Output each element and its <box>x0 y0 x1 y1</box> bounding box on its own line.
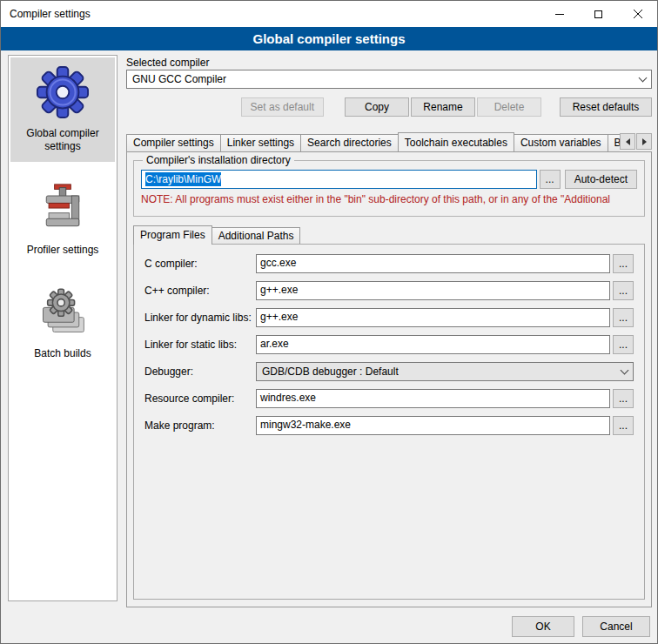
tab-scroll-right-button[interactable] <box>636 133 652 150</box>
linker-dynamic-value: g++.exe <box>260 311 298 323</box>
maximize-button[interactable] <box>579 1 618 27</box>
installation-directory-input[interactable]: C:\raylib\MinGW <box>141 170 537 189</box>
resource-compiler-value: windres.exe <box>260 392 316 404</box>
field-row-c-compiler: C compiler: gcc.exe ... <box>144 254 634 273</box>
sidebar-item-batch-builds[interactable]: Batch builds <box>10 278 115 369</box>
window-title: Compiler settings <box>1 8 91 20</box>
field-row-debugger: Debugger: GDB/CDB debugger : Default <box>144 362 634 381</box>
linker-dynamic-input[interactable]: g++.exe <box>256 308 610 327</box>
cpp-compiler-label: C++ compiler: <box>144 281 256 300</box>
program-files-panel: C compiler: gcc.exe ... C++ compiler: g+… <box>133 244 645 600</box>
installation-directory-legend: Compiler's installation directory <box>143 154 294 166</box>
tab-search-directories[interactable]: Search directories <box>300 134 399 151</box>
chevron-down-icon <box>621 366 629 375</box>
gear-icon <box>35 64 91 120</box>
debugger-value: GDB/CDB debugger : Default <box>262 366 399 378</box>
dialog-header-title: Global compiler settings <box>252 31 405 46</box>
debugger-label: Debugger: <box>144 362 256 381</box>
dialog-header: Global compiler settings <box>1 27 657 50</box>
c-compiler-input[interactable]: gcc.exe <box>256 254 610 273</box>
main-content: Selected compiler GNU GCC Compiler Set a… <box>126 51 652 612</box>
auto-detect-button[interactable]: Auto-detect <box>565 170 637 189</box>
minimize-button[interactable] <box>540 1 579 27</box>
selected-compiler-value: GNU GCC Compiler <box>132 73 226 85</box>
installation-directory-value: C:\raylib\MinGW <box>145 172 221 186</box>
installation-directory-row: C:\raylib\MinGW ... Auto-detect <box>141 170 637 189</box>
batch-builds-icon <box>35 285 91 340</box>
triangle-left-icon <box>626 138 630 145</box>
tabs-container: Compiler settings Linker settings Search… <box>126 131 620 151</box>
dialog-footer: OK Cancel <box>512 616 650 637</box>
profiler-clamp-icon <box>35 181 91 237</box>
subtab-program-files[interactable]: Program Files <box>133 225 212 245</box>
program-files-tabstrip: Program Files Additional Paths <box>133 225 645 244</box>
installation-directory-group: Compiler's installation directory C:\ray… <box>133 154 645 217</box>
selected-compiler-label: Selected compiler <box>126 57 209 69</box>
maximize-icon <box>594 10 602 18</box>
tab-custom-variables[interactable]: Custom variables <box>514 134 608 151</box>
make-program-label: Make program: <box>144 416 256 435</box>
tab-toolchain-executables[interactable]: Toolchain executables <box>398 132 514 151</box>
tab-build-options[interactable]: Buil <box>608 134 620 151</box>
chevron-down-icon <box>639 74 648 83</box>
copy-button[interactable]: Copy <box>345 97 409 117</box>
linker-static-input[interactable]: ar.exe <box>256 335 610 354</box>
toolchain-executables-panel: Compiler's installation directory C:\ray… <box>126 151 652 607</box>
c-compiler-value: gcc.exe <box>260 257 296 269</box>
tab-linker-settings[interactable]: Linker settings <box>220 134 301 151</box>
resource-compiler-label: Resource compiler: <box>144 389 256 408</box>
close-button[interactable] <box>618 1 657 27</box>
make-program-browse-button[interactable]: ... <box>613 416 634 435</box>
browse-directory-button[interactable]: ... <box>540 170 561 189</box>
settings-tabstrip: Compiler settings Linker settings Search… <box>126 131 652 151</box>
sidebar-item-label: Profiler settings <box>27 244 99 257</box>
cpp-compiler-browse-button[interactable]: ... <box>613 281 634 300</box>
compiler-actions-row: Set as default Copy Rename Delete Reset … <box>126 97 652 117</box>
tab-compiler-settings[interactable]: Compiler settings <box>126 134 221 151</box>
reset-defaults-button[interactable]: Reset defaults <box>560 97 652 117</box>
linker-static-value: ar.exe <box>260 338 289 350</box>
sidebar-item-global-compiler-settings[interactable]: Global compiler settings <box>10 57 115 162</box>
compiler-settings-window: Compiler settings Global compiler settin… <box>0 0 658 644</box>
debugger-dropdown[interactable]: GDB/CDB debugger : Default <box>256 362 634 381</box>
linker-dynamic-browse-button[interactable]: ... <box>613 308 634 327</box>
delete-button[interactable]: Delete <box>477 97 541 117</box>
make-program-input[interactable]: mingw32-make.exe <box>256 416 610 435</box>
c-compiler-browse-button[interactable]: ... <box>613 254 634 273</box>
window-controls <box>540 1 657 27</box>
field-row-linker-static: Linker for static libs: ar.exe ... <box>144 335 634 354</box>
make-program-value: mingw32-make.exe <box>260 419 351 431</box>
cpp-compiler-input[interactable]: g++.exe <box>256 281 610 300</box>
close-icon <box>634 10 642 18</box>
resource-compiler-input[interactable]: windres.exe <box>256 389 610 408</box>
linker-static-label: Linker for static libs: <box>144 335 256 354</box>
c-compiler-label: C compiler: <box>144 254 256 273</box>
minimize-icon <box>555 14 564 15</box>
sidebar-item-label: Global compiler settings <box>12 127 113 153</box>
ok-button[interactable]: OK <box>512 616 574 637</box>
field-row-make-program: Make program: mingw32-make.exe ... <box>144 416 634 435</box>
linker-static-browse-button[interactable]: ... <box>613 335 634 354</box>
selected-compiler-dropdown[interactable]: GNU GCC Compiler <box>126 70 652 89</box>
subtab-additional-paths[interactable]: Additional Paths <box>212 227 301 244</box>
rename-button[interactable]: Rename <box>411 97 475 117</box>
field-row-resource-compiler: Resource compiler: windres.exe ... <box>144 389 634 408</box>
titlebar: Compiler settings <box>1 1 657 27</box>
tab-scroll-left-button[interactable] <box>620 133 635 150</box>
triangle-right-icon <box>642 138 647 145</box>
field-row-cpp-compiler: C++ compiler: g++.exe ... <box>144 281 634 300</box>
tab-scroll-arrows <box>620 133 652 150</box>
field-row-linker-dynamic: Linker for dynamic libs: g++.exe ... <box>144 308 634 327</box>
settings-category-list: Global compiler settings Profiler settin… <box>8 55 118 601</box>
cancel-button[interactable]: Cancel <box>582 616 650 637</box>
set-as-default-button[interactable]: Set as default <box>241 97 324 117</box>
sidebar-item-label: Batch builds <box>34 347 91 360</box>
resource-compiler-browse-button[interactable]: ... <box>613 389 634 408</box>
cpp-compiler-value: g++.exe <box>260 284 298 296</box>
directory-note: NOTE: All programs must exist either in … <box>141 193 637 205</box>
sidebar-item-profiler-settings[interactable]: Profiler settings <box>10 174 115 265</box>
linker-dynamic-label: Linker for dynamic libs: <box>144 308 256 327</box>
